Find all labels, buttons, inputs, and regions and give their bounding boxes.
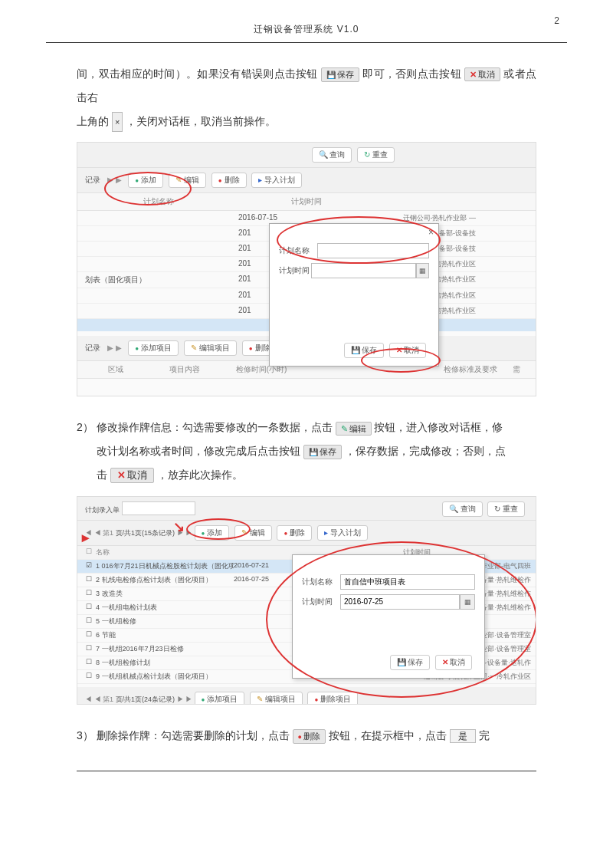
page-number: 2 xyxy=(554,15,559,26)
screenshot-2: 计划录入单 🔍 查询 ↻ 重查 ◀ ◀ 第1 页/共1页(15条记录) ▶ ▶ … xyxy=(77,496,536,705)
plan-name-label: 计划名称 xyxy=(279,245,317,256)
dialog-cancel-button[interactable]: 取消 xyxy=(389,343,426,358)
plan-time-input[interactable] xyxy=(311,263,416,278)
paragraph-3: 3） 删除操作牌：勾选需要删除的计划，点击 删除 按钮，在提示框中，点击 是 完 xyxy=(77,724,536,748)
plan-name-input[interactable] xyxy=(317,243,429,258)
yes-button-inline: 是 xyxy=(450,729,476,743)
cancel-button-inline-2: 取消 xyxy=(110,468,154,483)
footer-line xyxy=(77,771,536,771)
calendar-icon[interactable]: ▦ xyxy=(416,263,429,278)
reset-button-2[interactable]: ↻ 重查 xyxy=(487,501,525,517)
filter-input[interactable] xyxy=(122,501,195,515)
dialog2-cancel-button[interactable]: 取消 xyxy=(435,655,472,670)
reset-button[interactable]: ↻ 重查 xyxy=(357,147,395,163)
doc-title: 迁钢设备管理系统 V1.0 xyxy=(46,23,567,43)
sub-delete-button[interactable]: 删除项目 xyxy=(307,692,358,705)
add-button-2[interactable]: 添加 xyxy=(195,525,230,541)
paragraph-2: 2） 修改操作牌信息：勾选需要修改的一条数据，点击 编辑 按钮，进入修改对话框，… xyxy=(77,416,536,486)
edit-item-button[interactable]: 编辑项目 xyxy=(184,340,237,356)
save-button-inline: 保存 xyxy=(321,67,359,82)
dialog-save-button[interactable]: 保存 xyxy=(344,343,384,358)
edit-time-input[interactable] xyxy=(340,594,460,610)
sub-add-button[interactable]: 添加项目 xyxy=(195,692,245,705)
cancel-button-inline: 取消 xyxy=(464,67,500,81)
edit-name-input[interactable] xyxy=(340,574,475,590)
add-item-button[interactable]: 添加项目 xyxy=(128,340,179,356)
search-button[interactable]: 🔍 查询 xyxy=(312,147,352,163)
dialog2-save-button[interactable]: 保存 xyxy=(390,655,430,670)
edit-button-2[interactable]: 编辑 xyxy=(234,525,272,541)
sub-edit-button[interactable]: 编辑项目 xyxy=(250,692,303,705)
add-button[interactable]: 添加 xyxy=(128,173,163,188)
search-button-2[interactable]: 🔍 查询 xyxy=(442,501,483,517)
close-icon-inline: × xyxy=(112,112,123,132)
edit-button-inline: 编辑 xyxy=(336,422,372,436)
delete-button-inline: 删除 xyxy=(293,729,326,744)
import-button-2[interactable]: 导入计划 xyxy=(317,525,368,541)
screenshot-1: 🔍 查询 ↻ 重查 记录 ▶ ▶ 添加 编辑 删除 导入计划 计划名称 计划时间… xyxy=(77,142,536,396)
save-button-inline-2: 保存 xyxy=(303,445,342,459)
edit-button[interactable]: 编辑 xyxy=(169,173,206,188)
column-headers: 计划名称 计划时间 xyxy=(77,193,536,211)
records-label: 记录 xyxy=(85,176,100,184)
edit-dialog-2: 计划名称 计划时间 ▦ 保存 取消 xyxy=(292,554,485,679)
edit-dialog: × 计划名称 计划时间 ▦ 保存 取消 xyxy=(269,223,439,367)
delete-button-2[interactable]: 删除 xyxy=(277,525,312,541)
import-button[interactable]: 导入计划 xyxy=(251,173,302,188)
delete-button[interactable]: 删除 xyxy=(211,173,247,188)
plan-time-label: 计划时间 xyxy=(279,265,311,276)
calendar-icon-2[interactable]: ▦ xyxy=(460,594,475,610)
close-icon[interactable]: × xyxy=(428,227,434,238)
paragraph-1: 间，双击相应的时间）。如果没有错误则点击按钮 保存 即可，否则点击按钮 取消 或… xyxy=(77,62,536,133)
